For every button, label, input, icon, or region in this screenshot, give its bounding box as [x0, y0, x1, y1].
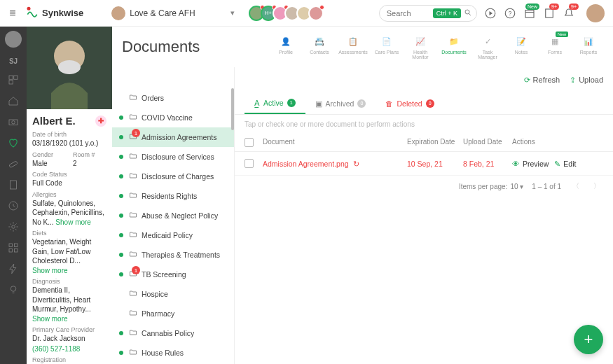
notes-icon[interactable]: 9+	[543, 7, 556, 20]
status-dot	[119, 272, 123, 276]
row-checkbox[interactable]	[244, 159, 254, 168]
nav-reports[interactable]: 📊Reports	[574, 34, 603, 59]
chevron-down-icon: ▾	[230, 8, 235, 18]
calendar-icon[interactable]: New	[523, 7, 536, 20]
status-dot	[119, 174, 123, 178]
heart-icon[interactable]	[7, 136, 20, 149]
top-icons: ? New 9+ 9+	[484, 4, 609, 22]
eye-icon: 👁	[512, 160, 520, 168]
folder-item[interactable]: Orders	[112, 88, 234, 108]
nav-notes[interactable]: 📝Notes	[507, 34, 536, 59]
upload-button[interactable]: ⇪Upload	[570, 76, 603, 85]
bell-icon[interactable]: 9+	[563, 7, 575, 20]
rail-avatar[interactable]	[5, 31, 22, 48]
nav-icon: 📋	[346, 34, 360, 48]
facility-dropdown[interactable]: Love & Care AFH ▾	[111, 6, 234, 20]
nav-icon: 📈	[413, 34, 427, 48]
folder-icon	[129, 348, 137, 358]
pcp-phone[interactable]: (360) 527-1188	[32, 344, 106, 354]
room-label: Room #	[73, 151, 106, 158]
nav-care-plans[interactable]: 📄Care Plans	[372, 34, 401, 59]
select-all-checkbox[interactable]	[244, 138, 254, 147]
folder-item[interactable]: COVID Vaccine	[112, 108, 234, 127]
home-icon[interactable]	[7, 94, 20, 107]
camera-icon[interactable]	[7, 115, 20, 128]
allergies-label: Allergies	[32, 191, 106, 198]
patient-panel: Albert E. ✚ Date of birth 03/18/1920 (10…	[27, 27, 112, 364]
search-box[interactable]: Ctrl + K	[379, 5, 477, 22]
folder-item[interactable]: Pharmacy	[112, 304, 234, 323]
pill-icon[interactable]	[7, 158, 20, 170]
nav-profile[interactable]: 👤Profile	[271, 34, 301, 59]
nav-task-manager[interactable]: ✓Task Manager	[473, 34, 502, 59]
clock-icon[interactable]	[7, 200, 20, 212]
menu-toggle[interactable]: ≡	[4, 7, 21, 20]
scrollbar[interactable]	[231, 88, 234, 130]
medical-icon[interactable]: ✚	[95, 115, 106, 127]
search-input[interactable]	[387, 9, 429, 18]
dashboard-icon[interactable]	[7, 74, 20, 86]
search-icon[interactable]	[464, 8, 472, 18]
folder-item[interactable]: Medicaid Policy	[112, 225, 234, 245]
folder-item[interactable]: Cannabis Policy	[112, 323, 234, 343]
nav-forms[interactable]: ▦FormsNew	[540, 34, 570, 59]
folder-item[interactable]: Abuse & Neglect Policy	[112, 206, 234, 225]
nav-assessments[interactable]: 📋Assessments	[338, 34, 368, 59]
show-more-link[interactable]: Show more	[32, 267, 68, 274]
folder-item[interactable]: 1 Admission Agreements	[112, 127, 234, 147]
pager: Items per page: 10 ▾ 1 – 1 of 1 〈 〉	[235, 176, 613, 197]
folder-item[interactable]: Hospice	[112, 284, 234, 304]
edit-button[interactable]: ✎Edit	[554, 160, 576, 168]
nav-contacts[interactable]: 📇Contacts	[305, 34, 334, 59]
logo[interactable]: Synkwise	[25, 6, 83, 20]
play-icon[interactable]	[484, 7, 497, 20]
show-more-link[interactable]: Show more	[32, 315, 68, 323]
show-more-link[interactable]: Show more	[55, 218, 91, 226]
svg-point-1	[465, 10, 469, 14]
svg-point-13	[12, 121, 15, 125]
folder-label: Residents Rights	[142, 192, 197, 200]
folder-label: Abuse & Neglect Policy	[142, 211, 218, 220]
status-dot	[119, 96, 123, 100]
folder-item[interactable]: House Rules	[112, 343, 234, 363]
folder-item[interactable]: 1 TB Screening	[112, 265, 234, 284]
svg-line-2	[469, 13, 471, 15]
svg-rect-9	[9, 76, 13, 79]
tab-archived[interactable]: ▣Archived0	[305, 92, 376, 114]
folder-item[interactable]: Therapies & Treatments	[112, 245, 234, 265]
preview-button[interactable]: 👁Preview	[512, 160, 549, 168]
folder-icon	[129, 152, 137, 162]
folder-icon	[129, 113, 137, 122]
bolt-icon[interactable]	[7, 262, 20, 275]
facility-avatar	[111, 6, 125, 20]
clipboard-icon[interactable]	[7, 178, 20, 191]
add-button[interactable]: +	[574, 325, 603, 354]
topbar: ≡ Synkwise Love & Care AFH ▾ H+ Ctrl + K…	[0, 0, 613, 27]
table-row[interactable]: Admission Agreement.png ↻ 10 Sep, 21 8 F…	[235, 152, 613, 176]
refresh-button[interactable]: ⟳Refresh	[524, 76, 560, 85]
folder-item[interactable]: Disclosure of Charges	[112, 167, 234, 186]
folder-item[interactable]: Residents Rights	[112, 186, 234, 206]
next-page[interactable]: 〉	[591, 181, 603, 191]
nav-health-monitor[interactable]: 📈Health Monitor	[406, 34, 435, 59]
page-title: Documents	[122, 38, 200, 56]
items-per-page-select[interactable]: 10 ▾	[510, 183, 523, 190]
status-dot	[119, 253, 123, 257]
folder-label: House Rules	[142, 349, 184, 357]
folder-icon	[129, 172, 137, 181]
prev-page[interactable]: 〈	[570, 181, 582, 191]
user-avatar[interactable]	[586, 4, 605, 22]
tab-deleted[interactable]: 🗑Deleted0	[376, 92, 443, 114]
folder-item[interactable]: Disclosure of Services	[112, 147, 234, 167]
nav-documents[interactable]: 📁Documents	[439, 34, 469, 59]
help-icon[interactable]: ?	[504, 7, 516, 20]
presence-avatars[interactable]: H+	[252, 6, 324, 21]
avatar[interactable]	[308, 6, 324, 21]
folder-icon	[129, 93, 137, 103]
col-expiration: Expiration Date	[407, 138, 463, 147]
tab-active[interactable]: A̲Active1	[244, 92, 305, 114]
doc-name[interactable]: Admission Agreement.png ↻	[263, 160, 407, 168]
apps-icon[interactable]	[7, 241, 20, 254]
bulb-icon[interactable]	[7, 284, 20, 296]
gear-icon[interactable]	[7, 220, 20, 233]
